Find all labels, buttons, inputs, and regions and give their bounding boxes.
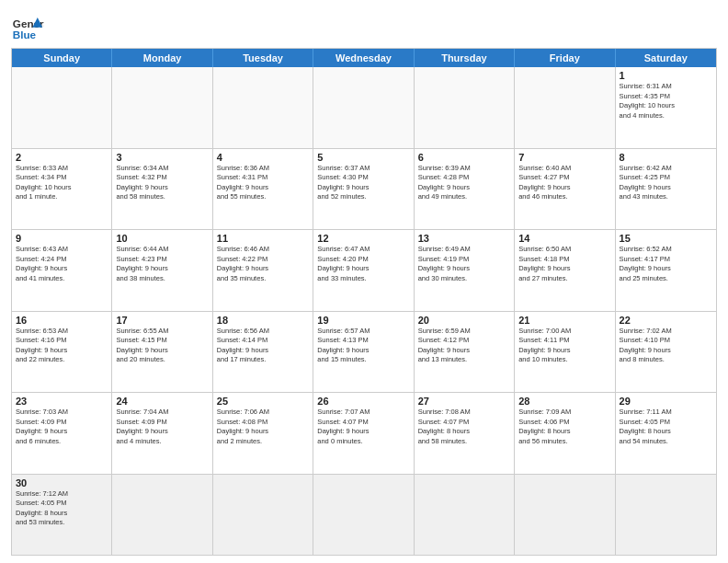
- day-info: Sunrise: 6:46 AM Sunset: 4:22 PM Dayligh…: [217, 245, 309, 283]
- calendar-cell: [616, 475, 716, 556]
- day-number: 19: [317, 315, 409, 326]
- page: General Blue SundayMondayTuesdayWednesda…: [0, 0, 728, 563]
- weekday-header: Saturday: [616, 49, 716, 67]
- day-number: 26: [317, 396, 409, 407]
- calendar-cell: 6Sunrise: 6:39 AM Sunset: 4:28 PM Daylig…: [415, 149, 515, 230]
- day-number: 22: [620, 315, 712, 326]
- calendar-cell: 28Sunrise: 7:09 AM Sunset: 4:06 PM Dayli…: [515, 393, 615, 474]
- day-number: 7: [518, 152, 610, 163]
- day-number: 25: [217, 396, 309, 407]
- day-info: Sunrise: 6:59 AM Sunset: 4:12 PM Dayligh…: [418, 327, 510, 365]
- day-info: Sunrise: 6:53 AM Sunset: 4:16 PM Dayligh…: [16, 327, 108, 365]
- calendar-cell: 25Sunrise: 7:06 AM Sunset: 4:08 PM Dayli…: [213, 393, 313, 474]
- calendar-cell: [515, 67, 615, 148]
- day-number: 24: [116, 396, 208, 407]
- calendar-cell: 17Sunrise: 6:55 AM Sunset: 4:15 PM Dayli…: [112, 312, 212, 393]
- calendar-header: SundayMondayTuesdayWednesdayThursdayFrid…: [12, 49, 716, 67]
- calendar-row: 16Sunrise: 6:53 AM Sunset: 4:16 PM Dayli…: [12, 311, 716, 393]
- day-number: 5: [317, 152, 409, 163]
- day-info: Sunrise: 7:03 AM Sunset: 4:09 PM Dayligh…: [16, 408, 108, 446]
- day-info: Sunrise: 6:44 AM Sunset: 4:23 PM Dayligh…: [116, 245, 208, 283]
- calendar-row: 30Sunrise: 7:12 AM Sunset: 4:05 PM Dayli…: [12, 474, 716, 556]
- calendar-cell: [213, 475, 313, 556]
- calendar-row: 9Sunrise: 6:43 AM Sunset: 4:24 PM Daylig…: [12, 229, 716, 311]
- calendar-cell: [12, 67, 112, 148]
- day-number: 15: [620, 233, 712, 244]
- day-number: 3: [116, 152, 208, 163]
- day-info: Sunrise: 7:11 AM Sunset: 4:05 PM Dayligh…: [620, 408, 712, 446]
- calendar-cell: 26Sunrise: 7:07 AM Sunset: 4:07 PM Dayli…: [313, 393, 414, 474]
- calendar-cell: 1Sunrise: 6:31 AM Sunset: 4:35 PM Daylig…: [616, 67, 716, 148]
- day-number: 23: [16, 396, 108, 407]
- day-number: 17: [116, 315, 208, 326]
- logo-icon: General Blue: [11, 9, 44, 42]
- day-info: Sunrise: 7:09 AM Sunset: 4:06 PM Dayligh…: [518, 408, 610, 446]
- day-info: Sunrise: 6:57 AM Sunset: 4:13 PM Dayligh…: [317, 327, 409, 365]
- calendar-cell: 15Sunrise: 6:52 AM Sunset: 4:17 PM Dayli…: [616, 230, 716, 311]
- day-info: Sunrise: 6:31 AM Sunset: 4:35 PM Dayligh…: [620, 82, 712, 121]
- weekday-header: Monday: [112, 49, 212, 67]
- calendar-cell: [313, 67, 414, 148]
- calendar-row: 2Sunrise: 6:33 AM Sunset: 4:34 PM Daylig…: [12, 148, 716, 230]
- calendar: SundayMondayTuesdayWednesdayThursdayFrid…: [11, 48, 717, 556]
- calendar-cell: [213, 67, 313, 148]
- calendar-cell: 29Sunrise: 7:11 AM Sunset: 4:05 PM Dayli…: [616, 393, 716, 474]
- calendar-cell: 19Sunrise: 6:57 AM Sunset: 4:13 PM Dayli…: [313, 312, 414, 393]
- day-info: Sunrise: 6:37 AM Sunset: 4:30 PM Dayligh…: [317, 164, 409, 202]
- calendar-cell: 18Sunrise: 6:56 AM Sunset: 4:14 PM Dayli…: [213, 312, 313, 393]
- calendar-cell: [415, 475, 515, 556]
- calendar-row: 1Sunrise: 6:31 AM Sunset: 4:35 PM Daylig…: [12, 67, 716, 148]
- day-number: 27: [418, 396, 510, 407]
- day-info: Sunrise: 7:07 AM Sunset: 4:07 PM Dayligh…: [317, 408, 409, 446]
- day-number: 29: [620, 396, 712, 407]
- day-info: Sunrise: 7:08 AM Sunset: 4:07 PM Dayligh…: [418, 408, 510, 446]
- calendar-cell: [313, 475, 414, 556]
- calendar-cell: 14Sunrise: 6:50 AM Sunset: 4:18 PM Dayli…: [515, 230, 615, 311]
- day-info: Sunrise: 6:56 AM Sunset: 4:14 PM Dayligh…: [217, 327, 309, 365]
- weekday-header: Friday: [515, 49, 615, 67]
- day-info: Sunrise: 7:12 AM Sunset: 4:05 PM Dayligh…: [16, 489, 108, 528]
- calendar-cell: [515, 475, 615, 556]
- calendar-cell: [112, 475, 212, 556]
- svg-text:Blue: Blue: [13, 29, 37, 40]
- day-number: 12: [317, 233, 409, 244]
- calendar-cell: 22Sunrise: 7:02 AM Sunset: 4:10 PM Dayli…: [616, 312, 716, 393]
- day-number: 14: [518, 233, 610, 244]
- day-number: 11: [217, 233, 309, 244]
- calendar-cell: 3Sunrise: 6:34 AM Sunset: 4:32 PM Daylig…: [112, 149, 212, 230]
- calendar-cell: [415, 67, 515, 148]
- day-info: Sunrise: 6:52 AM Sunset: 4:17 PM Dayligh…: [620, 245, 712, 283]
- calendar-cell: 10Sunrise: 6:44 AM Sunset: 4:23 PM Dayli…: [112, 230, 212, 311]
- calendar-cell: 24Sunrise: 7:04 AM Sunset: 4:09 PM Dayli…: [112, 393, 212, 474]
- calendar-cell: 2Sunrise: 6:33 AM Sunset: 4:34 PM Daylig…: [12, 149, 112, 230]
- day-number: 21: [518, 315, 610, 326]
- calendar-cell: 11Sunrise: 6:46 AM Sunset: 4:22 PM Dayli…: [213, 230, 313, 311]
- calendar-cell: 30Sunrise: 7:12 AM Sunset: 4:05 PM Dayli…: [12, 475, 112, 556]
- day-number: 16: [16, 315, 108, 326]
- day-number: 10: [116, 233, 208, 244]
- calendar-cell: [112, 67, 212, 148]
- day-info: Sunrise: 6:43 AM Sunset: 4:24 PM Dayligh…: [16, 245, 108, 283]
- calendar-cell: 23Sunrise: 7:03 AM Sunset: 4:09 PM Dayli…: [12, 393, 112, 474]
- day-number: 18: [217, 315, 309, 326]
- day-info: Sunrise: 6:33 AM Sunset: 4:34 PM Dayligh…: [16, 164, 108, 202]
- calendar-row: 23Sunrise: 7:03 AM Sunset: 4:09 PM Dayli…: [12, 392, 716, 474]
- day-info: Sunrise: 6:42 AM Sunset: 4:25 PM Dayligh…: [620, 164, 712, 202]
- day-number: 13: [418, 233, 510, 244]
- calendar-cell: 8Sunrise: 6:42 AM Sunset: 4:25 PM Daylig…: [616, 149, 716, 230]
- day-number: 6: [418, 152, 510, 163]
- logo: General Blue: [11, 9, 44, 42]
- day-number: 9: [16, 233, 108, 244]
- day-info: Sunrise: 6:49 AM Sunset: 4:19 PM Dayligh…: [418, 245, 510, 283]
- calendar-cell: 9Sunrise: 6:43 AM Sunset: 4:24 PM Daylig…: [12, 230, 112, 311]
- day-number: 4: [217, 152, 309, 163]
- weekday-header: Tuesday: [213, 49, 313, 67]
- calendar-cell: 13Sunrise: 6:49 AM Sunset: 4:19 PM Dayli…: [415, 230, 515, 311]
- calendar-cell: 27Sunrise: 7:08 AM Sunset: 4:07 PM Dayli…: [415, 393, 515, 474]
- day-info: Sunrise: 7:02 AM Sunset: 4:10 PM Dayligh…: [620, 327, 712, 365]
- weekday-header: Wednesday: [313, 49, 414, 67]
- calendar-body: 1Sunrise: 6:31 AM Sunset: 4:35 PM Daylig…: [12, 67, 716, 555]
- day-info: Sunrise: 6:55 AM Sunset: 4:15 PM Dayligh…: [116, 327, 208, 365]
- calendar-cell: 5Sunrise: 6:37 AM Sunset: 4:30 PM Daylig…: [313, 149, 414, 230]
- day-number: 30: [16, 477, 108, 488]
